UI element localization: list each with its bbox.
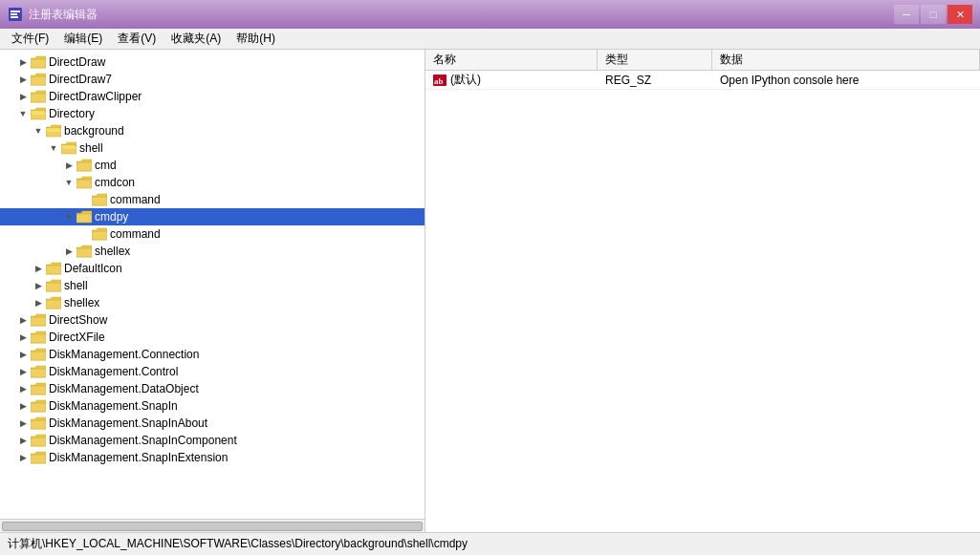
svg-rect-40 <box>31 334 46 343</box>
tree-item-directory[interactable]: ▼ Directory <box>0 105 425 122</box>
expander-cmdpy[interactable]: ▼ <box>61 209 76 224</box>
expander-dm-snapinextension[interactable]: ▶ <box>15 450 31 465</box>
tree-item-dm-snapinabout[interactable]: ▶ DiskManagement.SnapInAbout <box>0 415 425 432</box>
svg-rect-28 <box>92 231 107 240</box>
right-content[interactable]: ab (默认) REG_SZ Open IPython console here <box>425 71 980 532</box>
minimize-button[interactable]: ─ <box>894 5 919 24</box>
window-title: 注册表编辑器 <box>29 7 98 23</box>
right-header: 名称 类型 数据 <box>425 50 980 71</box>
tree-item-dm-snapin[interactable]: ▶ DiskManagement.SnapIn <box>0 397 425 415</box>
svg-marker-12 <box>31 111 46 115</box>
main-content: ▶ DirectDraw ▶ DirectDraw7 ▶ <box>0 50 980 532</box>
tree-item-dm-dataobject[interactable]: ▶ DiskManagement.DataObject <box>0 380 425 397</box>
tree-scroll[interactable]: ▶ DirectDraw ▶ DirectDraw7 ▶ <box>0 50 425 519</box>
tree-item-command-cmdcon[interactable]: command <box>0 191 425 208</box>
tree-item-cmdcon[interactable]: ▼ cmdcon <box>0 174 425 191</box>
label-shell: shell <box>79 141 103 155</box>
svg-marker-10 <box>31 108 46 111</box>
label-dm-connection: DiskManagement.Connection <box>49 348 199 361</box>
menu-file[interactable]: 文件(F) <box>4 29 56 49</box>
tree-item-directdrawclipper[interactable]: ▶ DirectDrawClipper <box>0 88 425 105</box>
svg-rect-44 <box>31 369 46 377</box>
label-shellex2: shellex <box>64 296 99 310</box>
expander-defaulticon[interactable]: ▶ <box>31 261 46 276</box>
svg-marker-21 <box>76 177 92 180</box>
expander-cmdcon[interactable]: ▼ <box>61 175 76 190</box>
svg-rect-46 <box>31 386 46 395</box>
folder-icon-dm-snapin <box>31 399 46 413</box>
svg-text:ab: ab <box>434 76 444 86</box>
tree-item-dm-control[interactable]: ▶ DiskManagement.Control <box>0 363 425 380</box>
tree-item-directdraw[interactable]: ▶ DirectDraw <box>0 53 425 71</box>
menu-edit[interactable]: 编辑(E) <box>56 29 110 49</box>
tree-item-defaulticon[interactable]: ▶ DefaultIcon <box>0 260 425 277</box>
close-button[interactable]: ✕ <box>947 5 972 24</box>
expander-shell2[interactable]: ▶ <box>31 278 46 293</box>
svg-rect-38 <box>31 317 46 326</box>
expander-dm-snapincomponent[interactable]: ▶ <box>15 433 31 448</box>
tree-item-shellex2[interactable]: ▶ shellex <box>0 294 425 311</box>
tree-item-shell2[interactable]: ▶ shell <box>0 277 425 294</box>
tree-item-dm-connection[interactable]: ▶ DiskManagement.Connection <box>0 346 425 363</box>
expander-shellex-shell[interactable]: ▶ <box>61 244 76 259</box>
expander-directxfile[interactable]: ▶ <box>15 330 31 345</box>
svg-rect-9 <box>31 94 46 102</box>
svg-rect-52 <box>31 438 46 446</box>
svg-rect-42 <box>31 352 46 360</box>
folder-icon-directshow <box>31 313 46 327</box>
data-cell-value: Open IPython console here <box>712 72 980 89</box>
expander-directshow[interactable]: ▶ <box>15 312 31 328</box>
tree-item-shell[interactable]: ▼ shell <box>0 139 425 157</box>
menu-favorites[interactable]: 收藏夹(A) <box>163 29 229 49</box>
restore-button[interactable]: □ <box>921 5 946 24</box>
svg-rect-5 <box>31 59 46 68</box>
svg-rect-24 <box>92 197 107 205</box>
expander-directdrawclipper[interactable]: ▶ <box>15 89 31 104</box>
tree-item-cmdpy[interactable]: ▼ cmdpy <box>0 208 425 225</box>
tree-hscrollbar[interactable] <box>0 519 425 532</box>
folder-icon-dm-control <box>31 365 46 378</box>
expander-dm-control[interactable]: ▶ <box>15 364 31 379</box>
folder-icon-cmd <box>76 159 92 172</box>
folder-icon-shell2 <box>46 279 61 292</box>
svg-rect-20 <box>76 162 92 171</box>
tree-item-cmd[interactable]: ▶ cmd <box>0 157 425 174</box>
tree-item-shellex-shell[interactable]: ▶ shellex <box>0 243 425 260</box>
folder-icon-shellex2 <box>46 296 61 310</box>
label-cmdcon: cmdcon <box>95 176 135 189</box>
tree-item-directshow[interactable]: ▶ DirectShow <box>0 311 425 329</box>
expander-dm-connection[interactable]: ▶ <box>15 347 31 362</box>
expander-background[interactable]: ▼ <box>31 123 46 139</box>
tree-item-directxfile[interactable]: ▶ DirectXFile <box>0 329 425 346</box>
expander-directdraw7[interactable]: ▶ <box>15 72 31 87</box>
tree-item-dm-snapinextension[interactable]: ▶ DiskManagement.SnapInExtension <box>0 449 425 466</box>
label-background: background <box>64 124 124 138</box>
expander-directdraw[interactable]: ▶ <box>15 54 31 70</box>
tree-item-directdraw7[interactable]: ▶ DirectDraw7 <box>0 71 425 88</box>
col-header-type: 类型 <box>598 50 712 70</box>
svg-rect-26 <box>76 214 92 223</box>
svg-marker-25 <box>76 211 92 214</box>
expander-dm-dataobject[interactable]: ▶ <box>15 381 31 396</box>
menu-view[interactable]: 查看(V) <box>110 29 163 49</box>
menu-help[interactable]: 帮助(H) <box>229 29 283 49</box>
folder-icon-cmdpy <box>76 210 92 224</box>
tree-item-background[interactable]: ▼ background <box>0 122 425 139</box>
expander-shell[interactable]: ▼ <box>46 140 61 156</box>
svg-rect-1 <box>11 11 20 12</box>
label-shell2: shell <box>64 279 88 292</box>
title-bar: 注册表编辑器 ─ □ ✕ <box>0 0 980 29</box>
data-name-value: (默认) <box>450 72 481 88</box>
expander-directory[interactable]: ▼ <box>15 106 31 121</box>
expander-cmd[interactable]: ▶ <box>61 158 76 173</box>
data-row-default[interactable]: ab (默认) REG_SZ Open IPython console here <box>425 71 980 90</box>
tree-item-command-cmdpy[interactable]: command <box>0 225 425 243</box>
expander-dm-snapin[interactable]: ▶ <box>15 398 31 414</box>
svg-rect-54 <box>31 455 46 463</box>
expander-dm-snapinabout[interactable]: ▶ <box>15 416 31 431</box>
col-header-data: 数据 <box>712 50 980 70</box>
tree-item-dm-snapincomponent[interactable]: ▶ DiskManagement.SnapInComponent <box>0 432 425 449</box>
expander-shellex2[interactable]: ▶ <box>31 295 46 310</box>
status-bar: 计算机\HKEY_LOCAL_MACHINE\SOFTWARE\Classes\… <box>0 532 980 555</box>
folder-icon-shellex-shell <box>76 245 92 258</box>
